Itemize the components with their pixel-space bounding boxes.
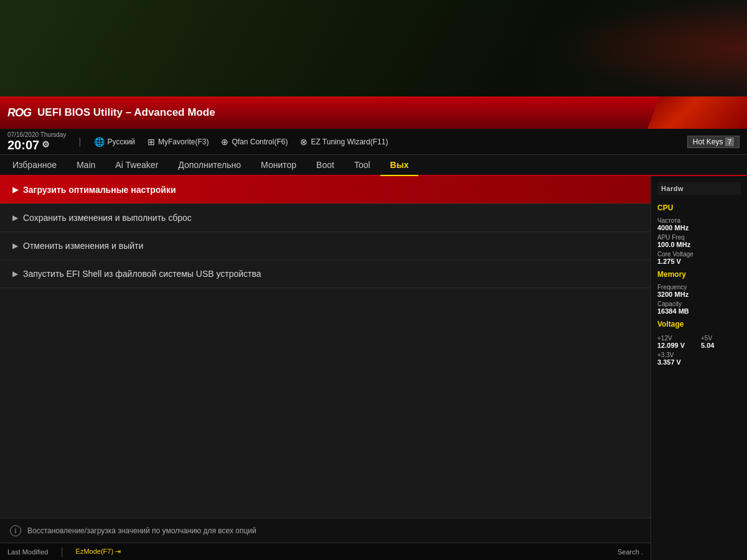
menu-item-label-4: Запустить EFI Shell из файловой системы … — [23, 269, 261, 279]
sidebar-title: Hardw — [657, 182, 741, 195]
separator-1: | — [78, 136, 81, 147]
tab-boot[interactable]: Boot — [306, 155, 344, 176]
rog-logo: ROG — [7, 106, 31, 119]
cpu-section-title: CPU — [657, 203, 741, 212]
arrow-icon-4: ▶ — [12, 269, 18, 278]
v33-group: +3.3V 3.357 V — [657, 349, 741, 366]
status-text: Восстановление/загрузка значений по умол… — [27, 526, 256, 535]
cpu-frequency-label: Частота — [657, 217, 741, 224]
v33-label: +3.3V — [657, 352, 741, 358]
bottom-separator: | — [60, 546, 63, 558]
time-display: 20:07 ⚙ — [7, 138, 66, 152]
menu-item-efi-shell[interactable]: ▶ Запустить EFI Shell из файловой систем… — [0, 260, 651, 288]
cpu-frequency-group: Частота 4000 MHz — [657, 215, 741, 231]
core-voltage-value: 1.275 V — [657, 258, 741, 265]
header-bar: ROG UEFI BIOS Utility – Advanced Mode — [0, 96, 747, 129]
content-area: ▶ Загрузить оптимальные настройки ▶ Сохр… — [0, 176, 651, 560]
date-display: 07/16/2020 Thursday — [7, 131, 66, 138]
v5-value: 5.04 — [701, 342, 741, 349]
voltage-section-title: Voltage — [657, 320, 741, 329]
fan-icon: ⊕ — [221, 137, 228, 147]
cpu-apu-group: APU Freq 100.0 MHz — [657, 231, 741, 248]
sidebar: Hardw CPU Частота 4000 MHz APU Freq 100.… — [651, 176, 747, 560]
wand-icon: ⊗ — [300, 137, 308, 147]
header-title: UEFI BIOS Utility – Advanced Mode — [37, 106, 215, 119]
cpu-frequency-value: 4000 MHz — [657, 224, 741, 231]
menu-item-save-reset[interactable]: ▶ Сохранить изменения и выполнить сброс — [0, 204, 651, 232]
v12-col: +12V 12.099 V — [657, 332, 697, 349]
globe-icon: 🌐 — [94, 137, 105, 147]
v33-value: 3.357 V — [657, 358, 741, 366]
memory-section-title: Memory — [657, 270, 741, 279]
tab-monitor[interactable]: Монитор — [251, 155, 306, 176]
info-icon: i — [10, 525, 21, 536]
tab-ai-tweaker[interactable]: Ai Tweaker — [105, 155, 168, 176]
datetime: 07/16/2020 Thursday 20:07 ⚙ — [7, 131, 66, 152]
menu-item-label-3: Отменить изменения и выйти — [23, 241, 143, 251]
mem-capacity-group: Capacity 16384 MB — [657, 298, 741, 315]
hot-keys-button[interactable]: Hot Keys 7 — [687, 136, 740, 148]
apu-freq-label: APU Freq — [657, 234, 741, 241]
tab-dopolnitelno[interactable]: Дополнительно — [168, 155, 251, 176]
menu-item-cancel-exit[interactable]: ▶ Отменить изменения и выйти — [0, 232, 651, 260]
arrow-icon-3: ▶ — [12, 241, 18, 250]
menu-item-label-2: Сохранить изменения и выполнить сброс — [23, 213, 192, 223]
tab-tool[interactable]: Tool — [344, 155, 380, 176]
arrow-icon-2: ▶ — [12, 213, 18, 222]
bios-container: ROG UEFI BIOS Utility – Advanced Mode 07… — [0, 96, 747, 560]
menu-item-label-1: Загрузить оптимальные настройки — [23, 185, 176, 195]
status-bar: i Восстановление/загрузка значений по ум… — [0, 518, 651, 543]
tab-vykh[interactable]: Вых — [380, 155, 419, 176]
ez-mode-button[interactable]: EzMode(F7) ⇥ — [76, 548, 121, 556]
mem-frequency-value: 3200 MHz — [657, 291, 741, 298]
settings-gear-icon[interactable]: ⚙ — [42, 140, 50, 149]
menu-list: ▶ Загрузить оптимальные настройки ▶ Сохр… — [0, 176, 651, 518]
last-modified-label: Last Modified — [7, 548, 48, 556]
v5-label: +5V — [701, 335, 741, 342]
menu-item-load-defaults[interactable]: ▶ Загрузить оптимальные настройки — [0, 176, 651, 204]
my-favorite-button[interactable]: ⊞ MyFavorite(F3) — [148, 137, 209, 147]
photo-background — [0, 0, 747, 96]
mem-capacity-value: 16384 MB — [657, 307, 741, 315]
mem-capacity-label: Capacity — [657, 301, 741, 307]
language-selector[interactable]: 🌐 Русский — [94, 137, 136, 147]
qfan-control-button[interactable]: ⊕ Qfan Control(F6) — [221, 137, 288, 147]
tab-izbrannoye[interactable]: Избранное — [2, 155, 67, 176]
search-button[interactable]: Search . — [618, 548, 643, 556]
nav-bar: Избранное Main Ai Tweaker Дополнительно … — [0, 155, 747, 176]
core-voltage-group: Core Voltage 1.275 V — [657, 248, 741, 265]
v5-col: +5V 5.04 — [701, 332, 741, 349]
info-bar: 07/16/2020 Thursday 20:07 ⚙ | 🌐 Русский … — [0, 129, 747, 155]
apu-freq-value: 100.0 MHz — [657, 241, 741, 248]
mem-frequency-group: Frequency 3200 MHz — [657, 281, 741, 298]
favorite-icon: ⊞ — [148, 137, 155, 147]
mem-frequency-label: Frequency — [657, 284, 741, 291]
bottom-bar: Last Modified | EzMode(F7) ⇥ Search . — [0, 543, 651, 560]
main-area: ▶ Загрузить оптимальные настройки ▶ Сохр… — [0, 176, 747, 560]
ez-tuning-button[interactable]: ⊗ EZ Tuning Wizard(F11) — [300, 137, 388, 147]
v12-value: 12.099 V — [657, 342, 697, 349]
voltage-12v-group: +12V 12.099 V +5V 5.04 — [657, 332, 741, 349]
tab-main[interactable]: Main — [67, 155, 105, 176]
v12-label: +12V — [657, 335, 697, 342]
arrow-icon-1: ▶ — [12, 185, 18, 194]
core-voltage-label: Core Voltage — [657, 251, 741, 258]
arrow-right-icon: ⇥ — [115, 548, 121, 555]
